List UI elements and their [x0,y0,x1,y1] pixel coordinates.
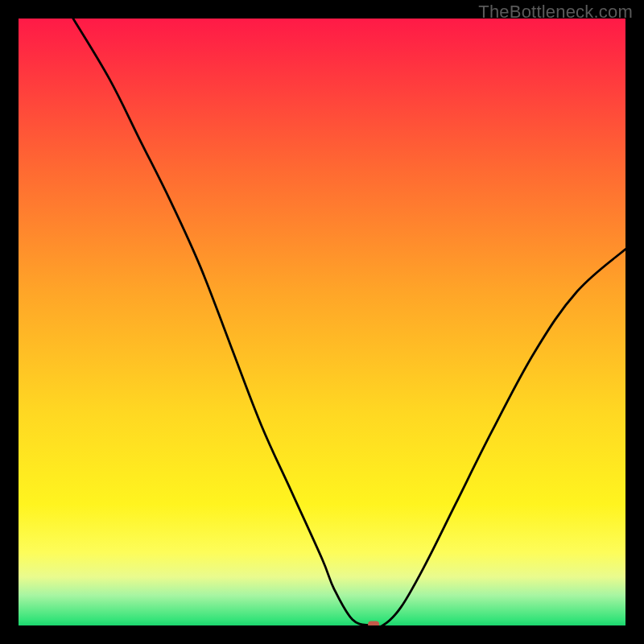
minimum-marker [368,621,379,625]
chart-frame: TheBottleneck.com [0,0,644,644]
curve-svg [19,19,625,625]
bottleneck-curve [73,19,625,625]
plot-area [19,19,625,625]
